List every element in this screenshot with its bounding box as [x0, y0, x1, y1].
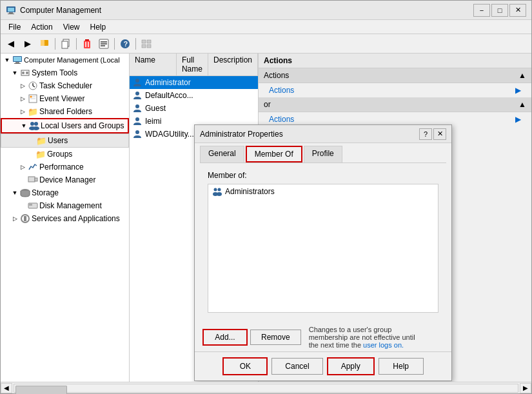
svg-rect-44: [29, 204, 32, 206]
separator-4: [135, 38, 136, 50]
list-header: Name Full Name Description: [130, 54, 258, 76]
tree-disk-management-label: Disk Management: [39, 201, 102, 210]
tree-item-services-apps[interactable]: ▷ Services and Applications: [1, 212, 129, 225]
scroll-thumb[interactable]: [15, 386, 67, 395]
svg-point-55: [217, 192, 222, 196]
tab-general[interactable]: General: [200, 146, 244, 163]
user-icon-default: [132, 90, 143, 101]
view-button[interactable]: [139, 37, 154, 51]
tab-profile[interactable]: Profile: [304, 146, 342, 163]
member-list-item-admins[interactable]: Administrators: [208, 184, 438, 199]
menu-file[interactable]: File: [3, 21, 26, 33]
tree-root-label: Computer Management (Local: [24, 56, 120, 64]
list-item-default[interactable]: DefaultAcco...: [130, 89, 258, 102]
note-highlight: user logs on.: [363, 341, 404, 349]
svg-point-51: [135, 130, 139, 134]
actions-header: Actions: [259, 54, 531, 68]
help-button[interactable]: ?: [117, 37, 133, 51]
list-item-guest-label: Guest: [145, 104, 166, 113]
tree-item-local-users-groups[interactable]: ▼ Local Users and Groups: [1, 118, 129, 133]
administrator-properties-dialog: Administrator Properties ? ✕ General Mem…: [194, 124, 452, 381]
ok-button[interactable]: OK: [222, 357, 268, 375]
svg-rect-9: [84, 41, 90, 48]
add-button[interactable]: Add...: [202, 329, 248, 346]
tree-services-label: Services and Applications: [32, 214, 120, 223]
cancel-button[interactable]: Cancel: [271, 358, 322, 375]
tree-item-disk-management[interactable]: ▷ Disk Management: [1, 199, 129, 212]
main-content: ▼ Computer Management (Local ▼ System To…: [1, 54, 531, 382]
remove-button[interactable]: Remove: [250, 330, 301, 345]
list-item-administrator[interactable]: Administrator: [130, 76, 258, 89]
tree-item-shared-folders[interactable]: ▷ 📁 Shared Folders: [1, 105, 129, 118]
dialog-help-button[interactable]: ?: [419, 128, 432, 140]
list-item-guest[interactable]: Guest: [130, 102, 258, 115]
tree-item-device-manager[interactable]: ▷ Device Manager: [1, 173, 129, 186]
svg-point-35: [30, 96, 32, 98]
tree-item-task-scheduler[interactable]: ▷ Task Scheduler: [1, 79, 129, 92]
close-button[interactable]: ✕: [509, 4, 526, 17]
copy-button[interactable]: [58, 37, 74, 51]
tab-member-of[interactable]: Member Of: [246, 146, 302, 163]
tree-item-users[interactable]: ▷ 📁 Users: [1, 133, 129, 148]
svg-rect-2: [9, 12, 13, 14]
help-footer-button[interactable]: Help: [379, 358, 424, 375]
expand-icon-lug: ▼: [20, 122, 28, 130]
tree-item-system-tools[interactable]: ▼ System Tools: [1, 66, 129, 79]
member-list[interactable]: Administrators: [208, 184, 438, 313]
lug-icon: [29, 121, 39, 131]
tree-device-manager-label: Device Manager: [39, 175, 95, 184]
back-button[interactable]: ◀: [3, 37, 19, 51]
groups-folder-icon: 📁: [35, 149, 46, 159]
list-item-ieimi-label: Ieimi: [145, 117, 161, 126]
list-item-default-label: DefaultAcco...: [145, 91, 193, 100]
menu-help[interactable]: Help: [85, 21, 112, 33]
dialog-tabs: General Member Of Profile: [195, 143, 451, 163]
user-icon-guest: [132, 103, 143, 113]
member-of-label: Member of:: [208, 171, 438, 180]
dialog-action-buttons: Add... Remove Changes to a user's group …: [202, 326, 444, 349]
actions-item-2-label: Actions: [269, 115, 294, 124]
tree-task-scheduler-label: Task Scheduler: [39, 81, 92, 90]
forward-button[interactable]: ▶: [20, 37, 35, 51]
col-header-name[interactable]: Name: [130, 54, 177, 75]
col-header-description[interactable]: Description: [208, 54, 258, 75]
tree-storage-label: Storage: [32, 188, 59, 197]
delete-button[interactable]: [79, 37, 95, 51]
scroll-right-button[interactable]: ▶: [520, 383, 531, 393]
tree-event-viewer-label: Event Viewer: [39, 94, 84, 103]
maximize-button[interactable]: □: [491, 4, 508, 17]
col-header-fullname[interactable]: Full Name: [177, 54, 208, 75]
tab-general-label: General: [208, 149, 236, 158]
scroll-left-button[interactable]: ◀: [1, 383, 12, 393]
tree-item-performance[interactable]: ▷ Performance: [1, 161, 129, 173]
minimize-button[interactable]: −: [473, 4, 490, 17]
services-icon: [20, 213, 30, 224]
svg-point-53: [218, 188, 221, 192]
actions-item-1[interactable]: Actions ▶: [259, 83, 531, 97]
properties-button[interactable]: [96, 37, 112, 51]
separator-2: [76, 38, 77, 50]
apply-button[interactable]: Apply: [327, 357, 375, 375]
shared-folder-icon: 📁: [28, 106, 38, 117]
actions-section-1: Actions ▲: [259, 68, 531, 83]
tree-item-root[interactable]: ▼ Computer Management (Local: [1, 54, 129, 66]
tree-item-groups[interactable]: ▷ 📁 Groups: [1, 148, 129, 161]
svg-rect-40: [28, 177, 35, 182]
actions-title: Actions: [264, 56, 292, 65]
tree-shared-folders-label: Shared Folders: [39, 107, 92, 116]
svg-rect-18: [142, 40, 146, 43]
menu-action[interactable]: Action: [26, 21, 57, 33]
menu-view[interactable]: View: [58, 21, 85, 33]
svg-point-47: [135, 79, 139, 83]
tree-item-storage[interactable]: ▼ Storage: [1, 186, 129, 199]
svg-point-39: [33, 126, 39, 130]
scroll-area: ◀ ▶: [1, 382, 531, 393]
title-bar-controls: − □ ✕: [473, 4, 526, 17]
tree-item-event-viewer[interactable]: ▷ Event Viewer: [1, 92, 129, 105]
user-icon-ieimi: [132, 116, 143, 126]
actions-section-label-2: or: [264, 100, 271, 109]
up-button[interactable]: [37, 37, 52, 51]
dialog-close-button[interactable]: ✕: [433, 128, 446, 140]
tree-groups-label: Groups: [47, 150, 72, 159]
tab-profile-label: Profile: [312, 149, 334, 158]
